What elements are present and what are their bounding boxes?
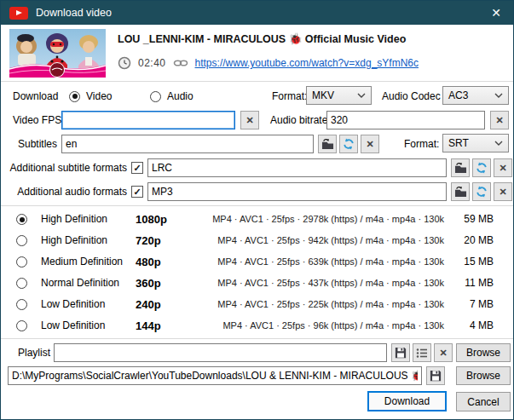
save-icon (395, 347, 407, 359)
output-path-input[interactable] (8, 366, 422, 385)
additional-audio-clear-button[interactable]: ✕ (494, 182, 512, 201)
playlist-input[interactable] (54, 343, 387, 362)
additional-subtitle-formats-checkbox[interactable]: ✓ (131, 162, 143, 174)
quality-details: MP4 · AVC1 · 25fps · 639k (https) / m4a … (193, 251, 444, 273)
quality-size: 20 MB (444, 230, 494, 251)
subtitles-input[interactable] (61, 135, 314, 153)
quality-row[interactable]: Normal Definition 360p MP4 · AVC1 · 25fp… (1, 273, 514, 294)
additional-subtitle-open-file-button[interactable] (451, 158, 470, 177)
subtitles-clear-button[interactable]: ✕ (361, 135, 379, 153)
quality-definition: Medium Definition (41, 251, 123, 273)
video-fps-label: Video FPS (13, 111, 61, 129)
output-path-save-button[interactable] (426, 366, 445, 385)
video-radio-label: Video (86, 90, 112, 102)
quality-details: MP4 · AVC1 · 25fps · 2978k (https) / m4a… (193, 209, 444, 230)
video-title: LOU _LENNI-KIM - MIRACULOUS 🐞 Official M… (118, 32, 406, 45)
audio-radio[interactable]: Audio (150, 87, 193, 106)
quality-size: 7 MB (444, 294, 494, 315)
download-button[interactable]: Download (367, 391, 447, 411)
additional-audio-refresh-button[interactable] (472, 182, 491, 201)
quality-radio[interactable] (16, 320, 27, 331)
quality-radio[interactable] (16, 256, 27, 268)
audio-codec-select[interactable]: AC3 (442, 86, 509, 105)
quality-row[interactable]: High Definition 720p MP4 · AVC1 · 25fps … (1, 230, 514, 251)
quality-radio[interactable] (16, 214, 27, 225)
subtitles-format-value: SRT (448, 137, 469, 149)
video-thumbnail (9, 29, 106, 78)
quality-definition: Low Definition (41, 294, 105, 315)
quality-definition: High Definition (41, 230, 107, 251)
video-fps-clear-button[interactable]: ✕ (240, 111, 259, 129)
audio-radio-circle (150, 91, 161, 102)
clock-icon (118, 56, 131, 70)
quality-row[interactable]: High Definition 1080p MP4 · AVC1 · 25fps… (1, 209, 514, 230)
audio-radio-label: Audio (167, 90, 193, 102)
subtitles-label: Subtitles (1, 135, 57, 153)
playlist-save-button[interactable] (391, 343, 410, 362)
quality-definition: Low Definition (41, 315, 105, 337)
video-url-link[interactable]: https://www.youtube.com/watch?v=xdg_sYfm… (195, 57, 419, 69)
download-label: Download (13, 87, 58, 106)
video-radio[interactable]: Video (69, 87, 112, 106)
quality-size: 11 MB (444, 273, 494, 294)
close-icon[interactable]: ✕ (488, 5, 505, 20)
quality-resolution: 1080p (136, 209, 167, 230)
list-icon (416, 348, 428, 359)
quality-resolution: 360p (136, 273, 161, 294)
quality-radio[interactable] (16, 278, 27, 289)
quality-size: 59 MB (444, 209, 494, 230)
playlist-label: Playlist (1, 343, 50, 362)
audio-codec-label: Audio Codec (382, 87, 441, 106)
quality-size: 15 MB (444, 251, 494, 273)
additional-subtitle-refresh-button[interactable] (472, 158, 491, 177)
list-bottom-separator (1, 338, 513, 339)
quality-list: High Definition 1080p MP4 · AVC1 · 25fps… (1, 209, 514, 337)
youtube-icon (9, 7, 28, 20)
subtitles-open-file-button[interactable] (318, 135, 337, 153)
quality-radio[interactable] (16, 235, 27, 246)
quality-definition: High Definition (41, 209, 107, 230)
refresh-icon (343, 138, 355, 150)
download-video-dialog: Download video ✕ LOU _LENNI- (0, 0, 514, 420)
save-icon (430, 370, 442, 382)
header-separator (1, 81, 513, 82)
subtitles-refresh-button[interactable] (339, 135, 358, 153)
quality-details: MP4 · AVC1 · 25fps · 437k (https) / m4a … (193, 273, 444, 294)
audio-bitrate-clear-button[interactable]: ✕ (490, 111, 509, 129)
audio-bitrate-input[interactable] (326, 111, 485, 129)
link-icon (173, 58, 188, 68)
additional-subtitle-clear-button[interactable]: ✕ (494, 158, 512, 177)
video-duration: 02:40 (138, 57, 166, 69)
quality-radio[interactable] (16, 299, 27, 310)
format-label: Format: (272, 87, 307, 106)
titlebar[interactable]: Download video ✕ (1, 1, 513, 25)
video-fps-input[interactable] (61, 111, 235, 129)
quality-resolution: 240p (136, 294, 161, 315)
output-path-browse-button[interactable]: Browse (456, 366, 511, 385)
refresh-icon (476, 186, 488, 198)
subtitles-format-select[interactable]: SRT (442, 134, 509, 152)
additional-audio-open-file-button[interactable] (451, 182, 470, 201)
quality-row[interactable]: Low Definition 240p MP4 · AVC1 · 25fps ·… (1, 294, 514, 315)
playlist-browse-button[interactable]: Browse (456, 343, 511, 362)
additional-subtitle-formats-input[interactable] (147, 158, 447, 177)
refresh-icon (476, 162, 488, 174)
format-value: MKV (312, 89, 334, 101)
audio-bitrate-label: Audio bitrate (270, 111, 327, 129)
quality-details: MP4 · AVC1 · 25fps · 942k (https) / m4a … (193, 230, 444, 251)
quality-row[interactable]: Medium Definition 480p MP4 · AVC1 · 25fp… (1, 251, 514, 273)
additional-audio-formats-input[interactable] (147, 182, 447, 201)
playlist-list-button[interactable] (413, 343, 431, 362)
quality-resolution: 144p (136, 315, 161, 337)
format-select[interactable]: MKV (306, 86, 372, 105)
quality-details: MP4 · AVC1 · 25fps · 96k (https) / m4a ·… (193, 315, 444, 337)
additional-audio-formats-checkbox[interactable]: ✓ (131, 186, 143, 198)
audio-codec-value: AC3 (448, 89, 468, 101)
quality-row[interactable]: Low Definition 144p MP4 · AVC1 · 25fps ·… (1, 315, 514, 337)
cancel-button[interactable]: Cancel (456, 392, 511, 411)
list-top-separator (1, 205, 513, 206)
playlist-clear-button[interactable]: ✕ (434, 343, 453, 362)
open-folder-icon (454, 162, 467, 174)
open-folder-icon (321, 138, 334, 150)
chevron-down-icon (494, 93, 503, 98)
